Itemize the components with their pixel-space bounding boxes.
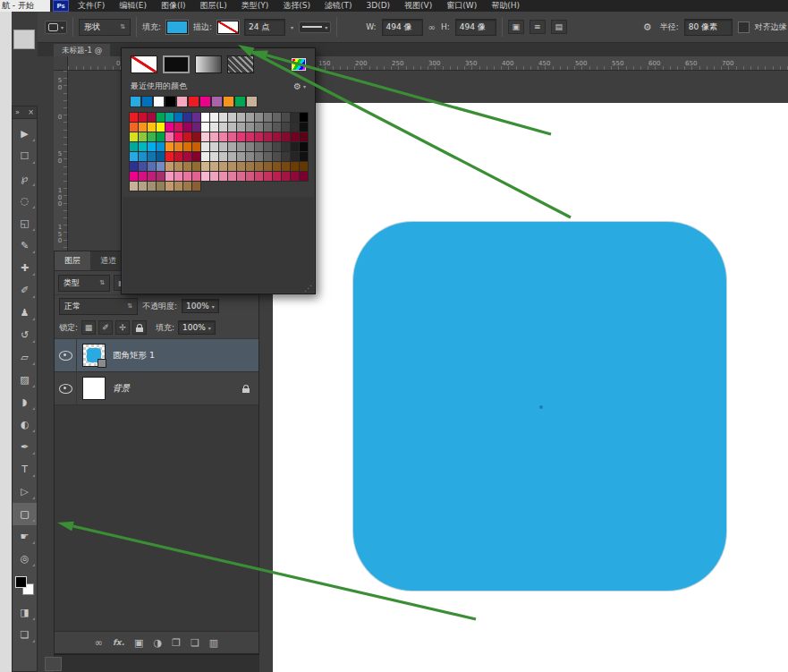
shape-width-field[interactable]: 494 像 <box>382 19 423 36</box>
color-swatch[interactable] <box>255 172 263 181</box>
color-swatch[interactable] <box>228 142 236 151</box>
color-swatch[interactable] <box>183 152 191 161</box>
hand-tool[interactable]: ☛ <box>13 525 37 548</box>
color-swatch[interactable] <box>174 132 182 141</box>
color-swatch[interactable] <box>139 152 147 161</box>
close-panel-icon[interactable]: × <box>28 107 34 118</box>
color-swatch[interactable] <box>201 162 209 171</box>
color-swatch[interactable] <box>300 152 308 161</box>
recent-color-swatch[interactable] <box>131 97 140 106</box>
menu-item[interactable]: 编辑(E) <box>119 0 147 12</box>
quick-selection-tool[interactable]: ◌ <box>13 190 37 212</box>
color-swatch[interactable] <box>237 172 245 181</box>
color-swatch[interactable] <box>165 113 174 122</box>
color-swatch[interactable] <box>300 162 308 171</box>
recent-color-swatch[interactable] <box>189 97 199 106</box>
color-swatch[interactable] <box>139 182 147 191</box>
color-swatch[interactable] <box>246 172 254 181</box>
menu-item[interactable]: 滤镜(T) <box>325 0 352 12</box>
color-swatch[interactable] <box>183 123 191 132</box>
color-swatch[interactable] <box>192 162 200 171</box>
color-swatch[interactable] <box>255 162 263 171</box>
lock-all-icon[interactable] <box>132 320 147 335</box>
new-layer-icon[interactable]: ❏ <box>191 637 199 649</box>
color-swatch[interactable] <box>219 132 227 141</box>
link-layers-icon[interactable]: ∞ <box>95 637 103 649</box>
fill-color-swatch[interactable] <box>166 21 188 34</box>
screen-mode-button[interactable]: ❏ <box>13 624 37 646</box>
lock-position-icon[interactable]: ✢ <box>115 320 130 335</box>
color-swatch[interactable] <box>282 142 290 151</box>
color-swatch[interactable] <box>201 142 209 151</box>
color-swatch[interactable] <box>183 182 191 191</box>
color-swatch[interactable] <box>130 152 138 161</box>
color-swatch[interactable] <box>300 132 308 141</box>
color-swatch[interactable] <box>139 162 147 171</box>
solid-color-chip[interactable] <box>163 55 190 73</box>
color-swatch[interactable] <box>291 132 299 141</box>
layer-fill-field[interactable]: 100%▾ <box>178 320 216 335</box>
recent-color-swatch[interactable] <box>200 97 210 106</box>
color-swatch[interactable] <box>273 123 281 132</box>
color-swatch[interactable] <box>139 113 147 122</box>
scrollbar-corner[interactable] <box>45 657 62 671</box>
color-swatch[interactable] <box>219 113 227 122</box>
color-swatch[interactable] <box>165 162 174 171</box>
zoom-tool[interactable]: ◎ <box>13 548 37 570</box>
recent-color-swatch[interactable] <box>165 97 175 106</box>
color-swatch[interactable] <box>139 172 147 181</box>
color-swatch[interactable] <box>264 123 272 132</box>
type-tool[interactable]: T <box>13 458 37 481</box>
color-swatch[interactable] <box>148 162 156 171</box>
color-swatch[interactable] <box>192 152 200 161</box>
quick-mask-button[interactable]: ◨ <box>13 601 37 624</box>
color-swatch[interactable] <box>237 162 245 171</box>
recent-color-swatch[interactable] <box>235 97 245 106</box>
color-swatch[interactable] <box>237 132 245 141</box>
color-swatch[interactable] <box>148 182 156 191</box>
document-tab[interactable]: 未标题-1 @ <box>54 44 110 56</box>
color-swatch[interactable] <box>255 142 263 151</box>
healing-brush-tool[interactable]: ✚ <box>13 257 37 279</box>
color-swatch[interactable] <box>139 142 147 151</box>
color-swatch[interactable] <box>291 123 299 132</box>
color-swatch[interactable] <box>157 142 165 151</box>
dodge-tool[interactable]: ◐ <box>13 413 37 436</box>
color-swatch[interactable] <box>157 162 165 171</box>
menu-item[interactable]: 视图(V) <box>404 0 432 12</box>
link-dimensions-icon[interactable]: ∞ <box>428 22 436 32</box>
color-swatch[interactable] <box>183 162 191 171</box>
color-swatch[interactable] <box>255 132 263 141</box>
gradient-chip[interactable] <box>195 55 222 73</box>
color-swatch[interactable] <box>210 162 218 171</box>
visibility-cell[interactable] <box>55 372 77 404</box>
color-swatch[interactable] <box>130 113 138 122</box>
color-swatch[interactable] <box>237 123 245 132</box>
color-swatch[interactable] <box>291 152 299 161</box>
color-swatch[interactable] <box>165 182 174 191</box>
color-swatch[interactable] <box>192 113 200 122</box>
color-swatch[interactable] <box>157 182 165 191</box>
color-swatch[interactable] <box>192 123 200 132</box>
color-swatch[interactable] <box>201 152 209 161</box>
color-swatch[interactable] <box>273 172 281 181</box>
color-swatch[interactable] <box>174 113 182 122</box>
layer-effects-icon[interactable]: fx. <box>113 638 124 647</box>
color-swatch[interactable] <box>157 132 165 141</box>
stroke-type-dropdown[interactable]: ▾ <box>299 21 331 33</box>
color-swatch[interactable] <box>157 172 165 181</box>
color-swatch[interactable] <box>219 162 227 171</box>
color-swatch[interactable] <box>291 113 299 122</box>
color-swatch[interactable] <box>264 113 272 122</box>
geometry-settings-gear-icon[interactable]: ⚙ <box>640 21 655 33</box>
color-swatch[interactable] <box>210 172 218 181</box>
color-swatch[interactable] <box>273 152 281 161</box>
color-swatch[interactable] <box>228 132 236 141</box>
color-swatch[interactable] <box>148 152 156 161</box>
color-swatch[interactable] <box>246 123 254 132</box>
color-swatch[interactable] <box>237 142 245 151</box>
lasso-tool[interactable]: ℘ <box>13 167 37 190</box>
color-swatch[interactable] <box>282 152 290 161</box>
color-swatch[interactable] <box>139 132 147 141</box>
gradient-tool[interactable]: ▨ <box>13 369 37 391</box>
